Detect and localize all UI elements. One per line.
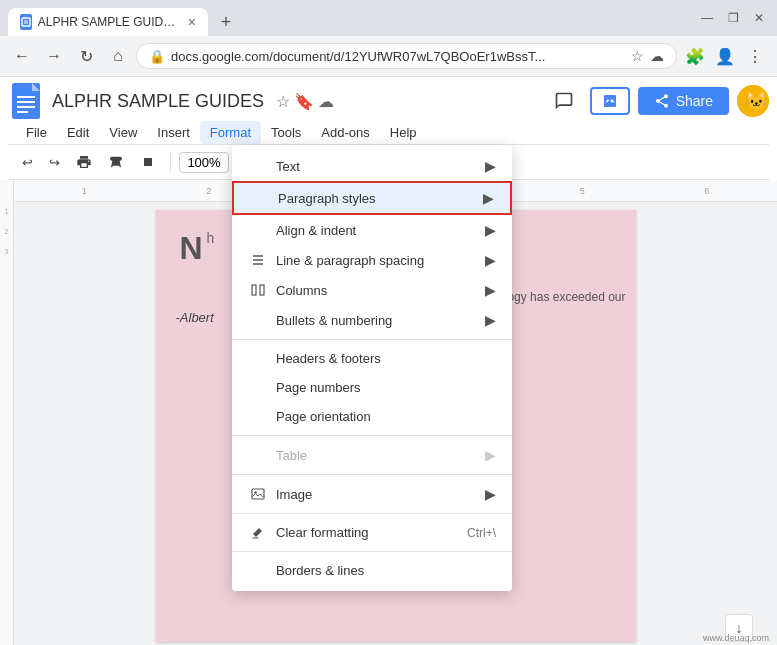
dropdown-item-label-headers_footers: Headers & footers	[276, 351, 496, 366]
dropdown-item-clear_formatting[interactable]: Clear formattingCtrl+\	[232, 518, 512, 547]
svg-rect-16	[252, 489, 264, 499]
watermark: www.deuaq.com	[703, 633, 769, 643]
dropdown-item-arrow-text: ▶	[485, 158, 496, 174]
dropdown-item-label-align_indent: Align & indent	[276, 223, 477, 238]
dropdown-item-label-page_numbers: Page numbers	[276, 380, 496, 395]
dropdown-item-arrow-paragraph_styles: ▶	[483, 190, 494, 206]
dropdown-item-borders_lines[interactable]: Borders & lines	[232, 556, 512, 585]
dropdown-item-align_indent[interactable]: Align & indent▶	[232, 215, 512, 245]
dropdown-item-label-table: Table	[276, 448, 477, 463]
dropdown-item-icon-columns	[248, 283, 268, 297]
dropdown-item-image[interactable]: Image▶	[232, 479, 512, 509]
dropdown-item-text[interactable]: Text▶	[232, 151, 512, 181]
dropdown-divider-10	[232, 435, 512, 436]
dropdown-item-arrow-table: ▶	[485, 447, 496, 463]
dropdown-item-arrow-line_spacing: ▶	[485, 252, 496, 268]
dropdown-item-label-bullets: Bullets & numbering	[276, 313, 477, 328]
dropdown-item-label-text: Text	[276, 159, 477, 174]
format-dropdown-menu: Text▶Paragraph styles▶Align & indent▶Lin…	[232, 145, 512, 591]
dropdown-item-icon-image	[248, 487, 268, 501]
dropdown-item-page_numbers[interactable]: Page numbers	[232, 373, 512, 402]
dropdown-item-label-columns: Columns	[276, 283, 477, 298]
svg-rect-15	[260, 285, 264, 295]
dropdown-item-page_orientation[interactable]: Page orientation	[232, 402, 512, 431]
dropdown-item-bullets[interactable]: Bullets & numbering▶	[232, 305, 512, 335]
dropdown-item-label-paragraph_styles: Paragraph styles	[278, 191, 475, 206]
dropdown-item-label-borders_lines: Borders & lines	[276, 563, 496, 578]
dropdown-item-arrow-bullets: ▶	[485, 312, 496, 328]
dropdown-item-icon-line_spacing	[248, 253, 268, 267]
dropdown-item-icon-clear_formatting	[248, 526, 268, 540]
dropdown-item-label-clear_formatting: Clear formatting	[276, 525, 459, 540]
dropdown-item-table: Table▶	[232, 440, 512, 470]
svg-rect-14	[252, 285, 256, 295]
dropdown-item-label-line_spacing: Line & paragraph spacing	[276, 253, 477, 268]
dropdown-item-arrow-align_indent: ▶	[485, 222, 496, 238]
dropdown-item-line_spacing[interactable]: Line & paragraph spacing▶	[232, 245, 512, 275]
dropdown-divider-6	[232, 339, 512, 340]
dropdown-item-label-image: Image	[276, 487, 477, 502]
dropdown-item-arrow-image: ▶	[485, 486, 496, 502]
dropdown-divider-14	[232, 513, 512, 514]
dropdown-overlay: Text▶Paragraph styles▶Align & indent▶Lin…	[0, 0, 777, 645]
dropdown-item-columns[interactable]: Columns▶	[232, 275, 512, 305]
dropdown-item-paragraph_styles[interactable]: Paragraph styles▶	[232, 181, 512, 215]
dropdown-divider-16	[232, 551, 512, 552]
dropdown-divider-12	[232, 474, 512, 475]
dropdown-item-headers_footers[interactable]: Headers & footers	[232, 344, 512, 373]
dropdown-item-label-page_orientation: Page orientation	[276, 409, 496, 424]
dropdown-item-shortcut-clear_formatting: Ctrl+\	[467, 526, 496, 540]
dropdown-item-arrow-columns: ▶	[485, 282, 496, 298]
